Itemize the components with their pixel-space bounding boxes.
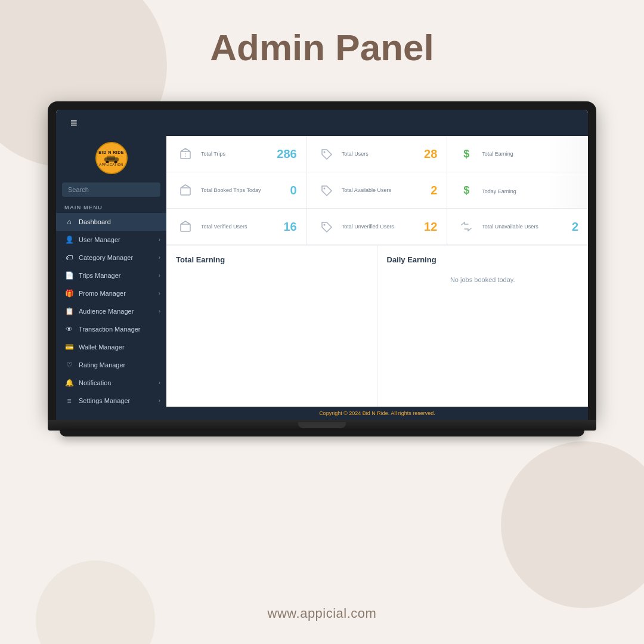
box-icon-3 xyxy=(176,181,195,200)
sidebar-item-label: Transaction Manager xyxy=(79,326,141,333)
page-title: Admin Panel xyxy=(0,26,644,69)
box-icon-1 xyxy=(176,144,195,163)
sidebar-item-trips-manager[interactable]: 📄 Trips Manager › xyxy=(56,267,166,284)
total-earning-title: Total Earning xyxy=(176,255,367,264)
daily-earning-empty: No jobs booked today. xyxy=(387,270,579,289)
sidebar-item-audience-manager[interactable]: 📋 Audience Manager › xyxy=(56,302,166,320)
chevron-right-icon: › xyxy=(159,273,160,278)
svg-rect-7 xyxy=(181,188,190,195)
sidebar-item-label: Category Manager xyxy=(79,254,133,261)
sidebar-item-promo-manager[interactable]: 🎁 Promo Manager › xyxy=(56,284,166,302)
earnings-grid: Total Earning Daily Earning No jobs book… xyxy=(166,246,588,407)
stat-total-users: Total Users 28 xyxy=(307,136,448,172)
sidebar-item-settings-manager[interactable]: ≡ Settings Manager › xyxy=(56,392,166,410)
trips-icon: 📄 xyxy=(64,271,74,280)
sidebar-item-label: Audience Manager xyxy=(79,308,134,315)
footer-brand: Bid N Ride xyxy=(363,410,388,416)
laptop-bottom xyxy=(60,431,584,436)
stat-earning-label: Total Earning xyxy=(482,151,578,157)
chevron-right-icon: › xyxy=(159,308,160,314)
unavailable-icon xyxy=(460,220,473,233)
settings-icon: ≡ xyxy=(64,396,74,405)
chevron-right-icon: › xyxy=(159,290,160,296)
sidebar-item-dashboard[interactable]: ⌂ Dashboard xyxy=(56,213,166,231)
sidebar: BID N RIDE APPLICATION Search xyxy=(56,136,166,420)
topbar: ≡ xyxy=(56,110,588,136)
sidebar-item-label: Trips Manager xyxy=(79,272,121,279)
logo-car-icon xyxy=(103,154,120,163)
stat-verified-users: Total Verified Users 16 xyxy=(166,209,307,244)
stat-available-users: Total Available Users 2 xyxy=(307,172,448,208)
logo-badge: BID N RIDE APPLICATION xyxy=(95,142,128,174)
search-placeholder: Search xyxy=(68,186,89,193)
heart-icon: ♡ xyxy=(64,360,74,370)
tag-icon-3-svg xyxy=(320,220,333,233)
sidebar-item-user-manager[interactable]: 👤 User Manager › xyxy=(56,231,166,249)
chevron-right-icon: › xyxy=(159,398,160,404)
notification-icon: 🔔 xyxy=(64,378,74,388)
laptop-notch xyxy=(298,422,346,428)
sidebar-item-rating-manager[interactable]: ♡ Rating Manager xyxy=(56,356,166,374)
screen-footer: Copyright © 2024 Bid N Ride. All rights … xyxy=(166,407,588,420)
laptop-screen-outer: ≡ BID N RIDE xyxy=(48,101,596,420)
bg-circle-bottom-right xyxy=(501,441,644,608)
logo-text-top: BID N RIDE xyxy=(98,150,124,154)
stats-row-2: Total Booked Trips Today 0 xyxy=(166,172,588,209)
stat-unavailable-users: Total Unavailable Users 2 xyxy=(447,209,588,244)
sidebar-logo: BID N RIDE APPLICATION xyxy=(56,136,166,180)
stat-total-earning: $ Total Earning xyxy=(447,136,588,172)
sidebar-item-label: Dashboard xyxy=(79,218,111,225)
stat-verified-value: 16 xyxy=(283,220,296,234)
stat-available-label: Total Available Users xyxy=(342,187,391,193)
user-icon: 👤 xyxy=(64,235,74,244)
logo-text-bot: APPLICATION xyxy=(99,163,123,166)
chevron-right-icon: › xyxy=(159,380,160,386)
sidebar-search[interactable]: Search xyxy=(62,182,160,197)
category-icon: 🏷 xyxy=(64,253,74,262)
footer-suffix: . All rights reserved. xyxy=(388,410,435,416)
svg-point-6 xyxy=(323,151,325,153)
chevron-right-icon: › xyxy=(159,237,160,243)
tag-icon-2 xyxy=(317,181,336,200)
svg-point-10 xyxy=(323,224,325,226)
sidebar-item-label: Wallet Manager xyxy=(79,343,125,351)
sidebar-item-wallet-manager[interactable]: 💳 Wallet Manager xyxy=(56,338,166,356)
sidebar-item-label: Settings Manager xyxy=(79,397,130,404)
laptop-wrapper: ≡ BID N RIDE xyxy=(48,101,596,436)
box-icon-4 xyxy=(176,217,195,236)
stat-unavailable-value: 2 xyxy=(572,220,578,234)
content-area: Total Trips 286 xyxy=(166,136,588,420)
sidebar-item-notification[interactable]: 🔔 Notification › xyxy=(56,374,166,392)
transaction-icon: 👁 xyxy=(64,324,74,334)
stat-trips-label: Total Trips xyxy=(201,151,225,157)
hamburger-icon[interactable]: ≡ xyxy=(70,116,78,130)
stat-users-value: 28 xyxy=(424,147,437,161)
stat-users-label: Total Users xyxy=(342,151,369,157)
arrows-icon xyxy=(457,217,476,236)
stat-booked-value: 0 xyxy=(290,184,297,197)
home-icon: ⌂ xyxy=(64,217,74,227)
total-earning-card: Total Earning xyxy=(166,246,377,407)
wallet-icon: 💳 xyxy=(64,342,74,352)
sidebar-section-title: MAIN MENU xyxy=(56,202,166,213)
cube-icon-3 xyxy=(179,220,192,233)
sidebar-item-category-manager[interactable]: 🏷 Category Manager › xyxy=(56,249,166,267)
sidebar-item-label: Promo Manager xyxy=(79,290,126,297)
bg-circle-bottom-left xyxy=(36,561,155,644)
svg-point-8 xyxy=(323,188,325,190)
stat-unverified-value: 12 xyxy=(424,220,437,234)
stat-available-value: 2 xyxy=(431,184,437,197)
daily-earning-title: Daily Earning xyxy=(387,255,579,264)
sidebar-item-transaction-manager[interactable]: 👁 Transaction Manager xyxy=(56,320,166,338)
stat-booked-label: Total Booked Trips Today xyxy=(201,187,261,193)
footer-text: Copyright © 2024 xyxy=(319,410,363,416)
dollar-icon-2: $ xyxy=(457,181,476,200)
laptop-screen-inner: ≡ BID N RIDE xyxy=(56,110,588,420)
stat-unavailable-label: Total Unavailable Users xyxy=(482,224,538,230)
tag-icon-3 xyxy=(317,217,336,236)
sidebar-item-label: Rating Manager xyxy=(79,361,125,369)
audience-icon: 📋 xyxy=(64,306,74,316)
svg-rect-9 xyxy=(181,224,190,231)
stat-verified-label: Total Verified Users xyxy=(201,224,247,230)
tag-icon-2-svg xyxy=(320,184,333,197)
